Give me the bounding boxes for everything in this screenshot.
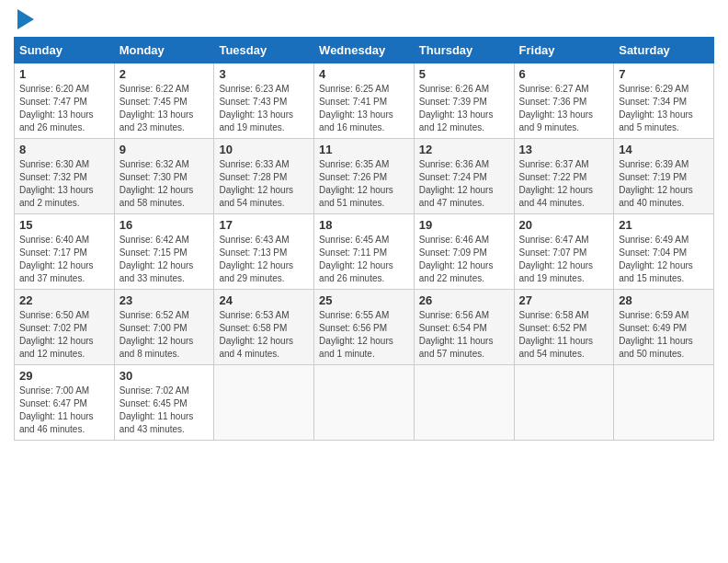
calendar-day-30: 30Sunrise: 7:02 AMSunset: 6:45 PMDayligh… — [114, 365, 214, 441]
calendar-week-4: 22Sunrise: 6:50 AMSunset: 7:02 PMDayligh… — [15, 290, 714, 365]
calendar-week-5: 29Sunrise: 7:00 AMSunset: 6:47 PMDayligh… — [15, 365, 714, 441]
calendar-day-27: 27Sunrise: 6:58 AMSunset: 6:52 PMDayligh… — [514, 290, 614, 365]
col-header-monday: Monday — [114, 38, 214, 63]
calendar-empty — [514, 365, 614, 441]
calendar-day-28: 28Sunrise: 6:59 AMSunset: 6:49 PMDayligh… — [614, 290, 714, 365]
calendar-day-17: 17Sunrise: 6:43 AMSunset: 7:13 PMDayligh… — [214, 214, 314, 290]
calendar-week-2: 8Sunrise: 6:30 AMSunset: 7:32 PMDaylight… — [15, 139, 714, 214]
col-header-saturday: Saturday — [614, 38, 714, 63]
calendar-week-1: 1Sunrise: 6:20 AMSunset: 7:47 PMDaylight… — [15, 63, 714, 139]
calendar-day-29: 29Sunrise: 7:00 AMSunset: 6:47 PMDayligh… — [15, 365, 115, 441]
col-header-tuesday: Tuesday — [214, 38, 314, 63]
calendar-page: SundayMondayTuesdayWednesdayThursdayFrid… — [0, 0, 728, 454]
calendar-day-6: 6Sunrise: 6:27 AMSunset: 7:36 PMDaylight… — [514, 63, 614, 139]
calendar-day-15: 15Sunrise: 6:40 AMSunset: 7:17 PMDayligh… — [15, 214, 115, 290]
calendar-day-25: 25Sunrise: 6:55 AMSunset: 6:56 PMDayligh… — [314, 290, 415, 365]
calendar-day-1: 1Sunrise: 6:20 AMSunset: 7:47 PMDaylight… — [15, 63, 115, 139]
calendar-day-10: 10Sunrise: 6:33 AMSunset: 7:28 PMDayligh… — [214, 139, 314, 214]
logo-triangle-icon — [17, 9, 34, 29]
col-header-sunday: Sunday — [15, 38, 115, 63]
calendar-day-23: 23Sunrise: 6:52 AMSunset: 7:00 PMDayligh… — [114, 290, 214, 365]
calendar-day-8: 8Sunrise: 6:30 AMSunset: 7:32 PMDaylight… — [15, 139, 115, 214]
col-header-wednesday: Wednesday — [314, 38, 415, 63]
calendar-day-16: 16Sunrise: 6:42 AMSunset: 7:15 PMDayligh… — [114, 214, 214, 290]
calendar-day-4: 4Sunrise: 6:25 AMSunset: 7:41 PMDaylight… — [314, 63, 415, 139]
calendar-day-21: 21Sunrise: 6:49 AMSunset: 7:04 PMDayligh… — [614, 214, 714, 290]
calendar-header-row: SundayMondayTuesdayWednesdayThursdayFrid… — [15, 38, 714, 63]
calendar-day-12: 12Sunrise: 6:36 AMSunset: 7:24 PMDayligh… — [414, 139, 514, 214]
calendar-day-24: 24Sunrise: 6:53 AMSunset: 6:58 PMDayligh… — [214, 290, 314, 365]
calendar-day-3: 3Sunrise: 6:23 AMSunset: 7:43 PMDaylight… — [214, 63, 314, 139]
calendar-empty — [614, 365, 714, 441]
calendar-table: SundayMondayTuesdayWednesdayThursdayFrid… — [14, 37, 714, 441]
calendar-day-13: 13Sunrise: 6:37 AMSunset: 7:22 PMDayligh… — [514, 139, 614, 214]
calendar-week-3: 15Sunrise: 6:40 AMSunset: 7:17 PMDayligh… — [15, 214, 714, 290]
calendar-day-5: 5Sunrise: 6:26 AMSunset: 7:39 PMDaylight… — [414, 63, 514, 139]
calendar-day-9: 9Sunrise: 6:32 AMSunset: 7:30 PMDaylight… — [114, 139, 214, 214]
calendar-empty — [214, 365, 314, 441]
calendar-day-14: 14Sunrise: 6:39 AMSunset: 7:19 PMDayligh… — [614, 139, 714, 214]
page-header — [14, 9, 714, 29]
calendar-day-7: 7Sunrise: 6:29 AMSunset: 7:34 PMDaylight… — [614, 63, 714, 139]
col-header-friday: Friday — [514, 38, 614, 63]
calendar-day-20: 20Sunrise: 6:47 AMSunset: 7:07 PMDayligh… — [514, 214, 614, 290]
calendar-day-2: 2Sunrise: 6:22 AMSunset: 7:45 PMDaylight… — [114, 63, 214, 139]
calendar-day-11: 11Sunrise: 6:35 AMSunset: 7:26 PMDayligh… — [314, 139, 415, 214]
calendar-day-18: 18Sunrise: 6:45 AMSunset: 7:11 PMDayligh… — [314, 214, 415, 290]
svg-marker-0 — [17, 9, 34, 29]
logo — [14, 9, 34, 29]
calendar-day-19: 19Sunrise: 6:46 AMSunset: 7:09 PMDayligh… — [414, 214, 514, 290]
calendar-empty — [314, 365, 415, 441]
calendar-empty — [414, 365, 514, 441]
col-header-thursday: Thursday — [414, 38, 514, 63]
calendar-day-22: 22Sunrise: 6:50 AMSunset: 7:02 PMDayligh… — [15, 290, 115, 365]
calendar-day-26: 26Sunrise: 6:56 AMSunset: 6:54 PMDayligh… — [414, 290, 514, 365]
